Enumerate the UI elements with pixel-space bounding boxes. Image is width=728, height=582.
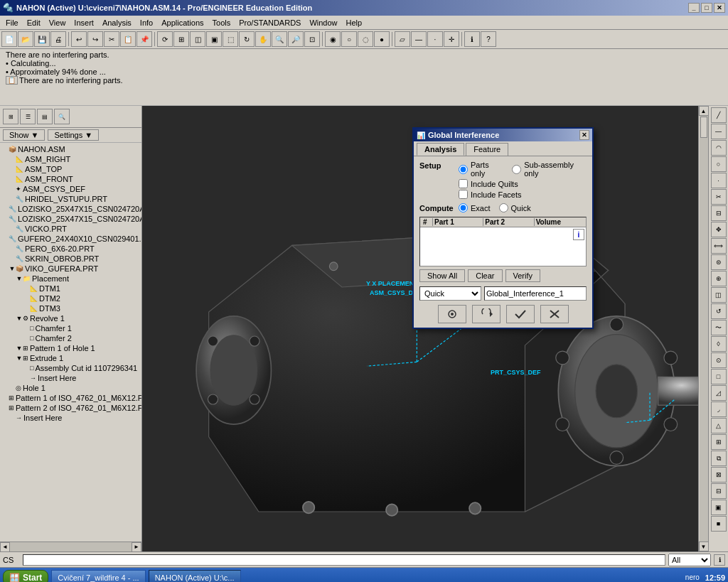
rt-copy[interactable]: ⧉: [711, 451, 727, 466]
rt-chamfer[interactable]: ◿: [711, 385, 727, 401]
maximize-button[interactable]: □: [701, 3, 712, 13]
tree-item-8[interactable]: 🔧 VICKO.PRT: [1, 224, 140, 234]
rt-sweep[interactable]: 〜: [711, 320, 727, 335]
tree-item-9[interactable]: 🔧 GUFERO_24X40X10_CSN029401.PRT: [1, 234, 140, 244]
tree-item-19[interactable]: □ Chamfer 2: [1, 333, 140, 343]
tree-item-16[interactable]: 📐 DTM3: [1, 303, 140, 313]
tb-wireframe[interactable]: ○: [341, 31, 357, 47]
tree-item-23[interactable]: → Insert Here: [1, 373, 140, 383]
tree-item-13[interactable]: ▼ 📁 Placement: [1, 274, 140, 284]
rt-revolve[interactable]: ↺: [711, 303, 727, 319]
tb-zoom-out[interactable]: 🔎: [288, 31, 304, 47]
show-btn[interactable]: Show ▼: [3, 129, 45, 141]
rt-draft[interactable]: △: [711, 418, 727, 433]
tree-item-2[interactable]: 📐 ASM_TOP: [1, 164, 140, 174]
rt-point[interactable]: ·: [711, 173, 727, 188]
tb-help[interactable]: ?: [481, 31, 496, 47]
rt-blend[interactable]: ◊: [711, 336, 727, 352]
radio-exact[interactable]: [459, 203, 468, 212]
menu-view[interactable]: View: [45, 18, 70, 28]
tb-info[interactable]: ℹ: [464, 31, 480, 47]
menu-analysis[interactable]: Analysis: [98, 18, 136, 28]
lp-expand-btn[interactable]: ▤: [37, 109, 53, 124]
tree-item-21[interactable]: ▼ ⊞ Extrude 1: [1, 353, 140, 363]
info-icon[interactable]: i: [573, 229, 584, 240]
menu-applications[interactable]: Applications: [157, 18, 208, 28]
rt-relation[interactable]: ⊜: [711, 254, 727, 270]
tree-item-12[interactable]: ▼ 📦 VIKO_GUFERA.PRT: [1, 264, 140, 274]
rt-extrude[interactable]: ◫: [711, 287, 727, 303]
ok-button[interactable]: [506, 305, 535, 323]
redo-button[interactable]: [472, 305, 500, 323]
tree-item-22[interactable]: □ Assembly Cut id 1107296341: [1, 363, 140, 373]
tb-copy[interactable]: 📋: [120, 31, 136, 47]
tree-item-5[interactable]: 🔧 HRIDEL_VSTUPU.PRT: [1, 194, 140, 204]
rt-feature[interactable]: ⊕: [711, 271, 727, 286]
settings-btn[interactable]: Settings ▼: [48, 129, 99, 141]
menu-info[interactable]: Info: [136, 18, 157, 28]
close-button[interactable]: ✕: [714, 3, 725, 13]
tree-item-17[interactable]: ▼ ⚙ Revolve 1: [1, 313, 140, 323]
tb-repaint[interactable]: ⟳: [157, 31, 173, 47]
tree-item-27[interactable]: → Insert Here: [1, 413, 140, 423]
menu-tools[interactable]: Tools: [208, 18, 235, 28]
tb-open[interactable]: 📂: [18, 31, 33, 47]
tb-hidden[interactable]: ◌: [358, 31, 373, 47]
horizontal-scrollbar[interactable]: ◄ ►: [0, 542, 141, 552]
clear-button[interactable]: Clear: [468, 269, 502, 282]
tree-item-0[interactable]: 📦 NAHON.ASM: [1, 144, 140, 154]
tb-redo[interactable]: ↪: [87, 31, 103, 47]
scroll-right[interactable]: ►: [132, 542, 141, 552]
viewport-scrollbar-v[interactable]: ▲ ▼: [698, 106, 708, 551]
tb-orient[interactable]: ⊞: [173, 31, 189, 47]
checkbox-quilts[interactable]: [459, 179, 468, 188]
lp-search-btn[interactable]: 🔍: [54, 109, 70, 124]
rt-arc[interactable]: ◠: [711, 140, 727, 156]
rt-circle[interactable]: ○: [711, 156, 727, 172]
tb-view1[interactable]: ◫: [190, 31, 205, 47]
tb-spin[interactable]: ↻: [239, 31, 255, 47]
tb-datum-planes[interactable]: ▱: [395, 31, 410, 47]
rt-hole[interactable]: ⊙: [711, 352, 727, 368]
status-dropdown[interactable]: All: [668, 554, 711, 566]
scroll-down[interactable]: ▼: [699, 541, 709, 551]
tree-item-11[interactable]: 🔧 SKRIN_OBROB.PRT: [1, 254, 140, 264]
tb-print[interactable]: 🖨: [50, 31, 66, 47]
radio-quick[interactable]: [499, 203, 508, 212]
status-icon-btn[interactable]: ℹ: [714, 554, 725, 566]
cancel-button[interactable]: [540, 305, 569, 323]
tree-item-18[interactable]: □ Chamfer 1: [1, 323, 140, 333]
tb-no-hidden[interactable]: ●: [374, 31, 390, 47]
scroll-up[interactable]: ▲: [699, 106, 709, 116]
menu-file[interactable]: File: [1, 18, 23, 28]
tab-analysis[interactable]: Analysis: [417, 143, 464, 156]
preview-button[interactable]: [438, 305, 466, 323]
tree-item-7[interactable]: 🔧 LOZISKO_25X47X15_CSN024720A.PRT: [1, 214, 140, 224]
scroll-thumb-v[interactable]: [700, 117, 707, 138]
tb-zoom-fit[interactable]: ⊡: [304, 31, 320, 47]
menu-insert[interactable]: Insert: [70, 18, 98, 28]
tb-save[interactable]: 💾: [34, 31, 50, 47]
radio-subassembly[interactable]: [512, 165, 521, 174]
tb-view3[interactable]: ⬚: [223, 31, 238, 47]
rt-mirror[interactable]: ⊟: [711, 205, 727, 221]
rt-trim[interactable]: ✂: [711, 189, 727, 205]
method-dropdown[interactable]: Quick: [419, 286, 481, 301]
rt-move[interactable]: ✥: [711, 222, 727, 237]
rt-offset[interactable]: ⊟: [711, 483, 727, 499]
tree-item-14[interactable]: 📐 DTM1: [1, 284, 140, 293]
tree-item-24[interactable]: ◎ Hole 1: [1, 383, 140, 393]
tree-item-15[interactable]: 📐 DTM2: [1, 293, 140, 303]
tree-item-25[interactable]: ⊞ Pattern 1 of ISO_4762_01_M6X12.PRT: [1, 393, 140, 403]
tree-item-10[interactable]: 🔧 PERO_6X6-20.PRT: [1, 244, 140, 254]
tb-shaded[interactable]: ◉: [325, 31, 341, 47]
rt-solidify[interactable]: ■: [711, 516, 727, 532]
tree-item-4[interactable]: ✦ ASM_CSYS_DEF: [1, 184, 140, 194]
verify-button[interactable]: Verify: [505, 269, 541, 282]
name-input[interactable]: [484, 286, 587, 301]
tb-csys[interactable]: ✛: [444, 31, 459, 47]
menu-help[interactable]: Help: [342, 18, 367, 28]
menu-prostandards[interactable]: Pro/STANDARDS: [235, 18, 305, 28]
tree-item-1[interactable]: 📐 ASM_RIGHT: [1, 154, 140, 164]
rt-surface[interactable]: ▣: [711, 500, 727, 515]
